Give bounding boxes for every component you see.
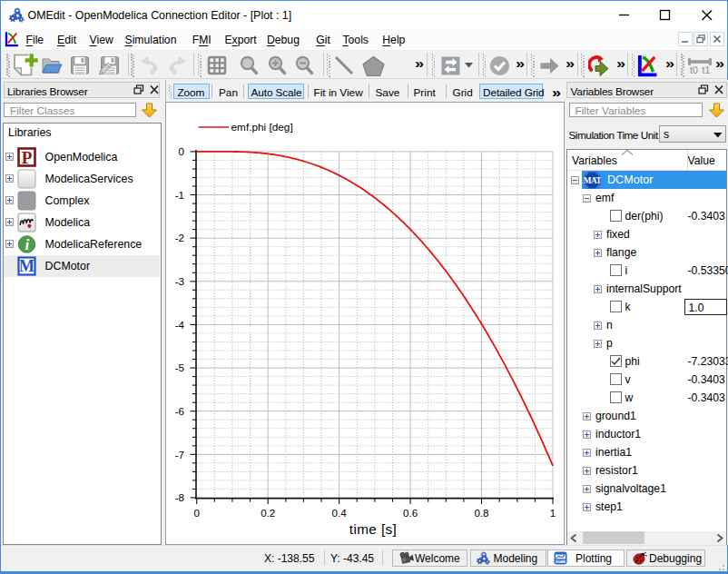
svg-text:0.4: 0.4 xyxy=(332,507,348,519)
svg-text:OMPLOT: OMPLOT xyxy=(554,560,566,564)
svg-text:MAT: MAT xyxy=(584,175,601,184)
svg-text:P: P xyxy=(21,148,32,167)
svg-text:M: M xyxy=(19,257,34,275)
svg-text:-8: -8 xyxy=(175,491,184,503)
svg-text:0: 0 xyxy=(179,145,184,157)
svg-text:t0: t0 xyxy=(690,64,698,75)
svg-text:-4: -4 xyxy=(175,318,185,330)
svg-text:t1: t1 xyxy=(703,64,711,75)
svg-text:-2: -2 xyxy=(175,232,184,243)
svg-text:-3: -3 xyxy=(175,275,184,287)
svg-text:1: 1 xyxy=(550,507,556,519)
svg-text:-7: -7 xyxy=(175,448,184,460)
svg-text:i: i xyxy=(25,236,29,253)
svg-text:0.2: 0.2 xyxy=(261,507,275,519)
svg-text:0: 0 xyxy=(193,507,199,519)
svg-text:time [s]: time [s] xyxy=(349,521,398,537)
svg-text:0.6: 0.6 xyxy=(403,507,418,519)
svg-text:-6: -6 xyxy=(175,404,184,416)
svg-text:-5: -5 xyxy=(175,361,184,373)
svg-text:emf.phi [deg]: emf.phi [deg] xyxy=(231,121,293,134)
svg-text:0.8: 0.8 xyxy=(474,507,488,519)
svg-text:-1: -1 xyxy=(175,188,184,200)
